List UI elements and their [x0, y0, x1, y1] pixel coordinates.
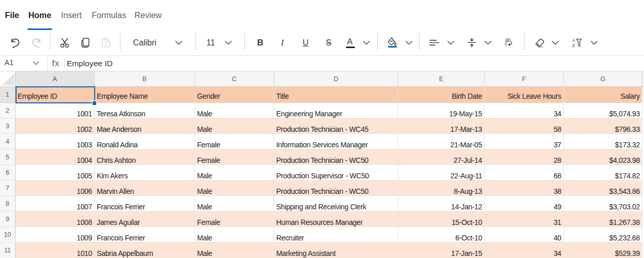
svg-text:A: A — [572, 38, 575, 43]
svg-text:c: c — [505, 40, 507, 46]
svg-text:Z: Z — [572, 42, 575, 48]
